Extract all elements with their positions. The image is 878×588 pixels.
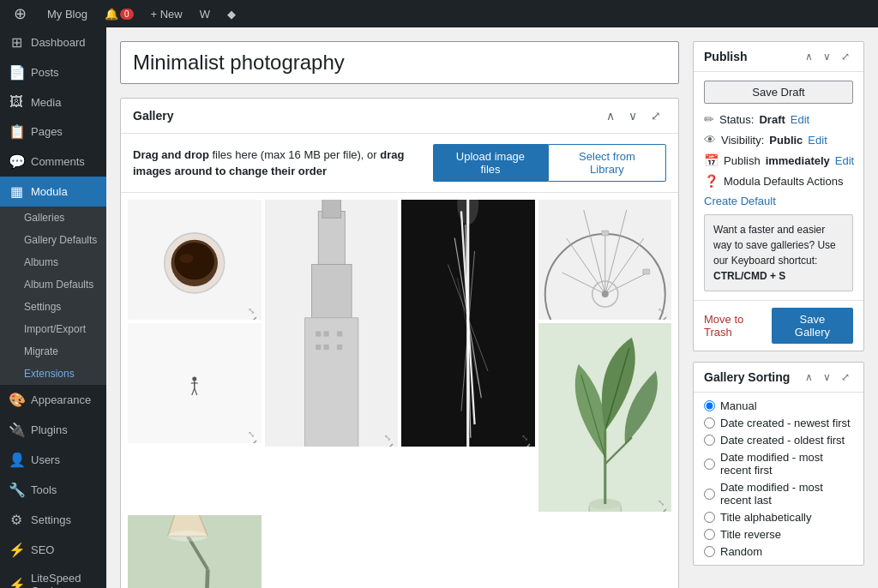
sort-modified-newest[interactable]: Date modified - most recent first	[704, 451, 853, 477]
sidebar-item-albums[interactable]: Albums	[0, 251, 106, 273]
publish-expand-btn[interactable]: ∨	[820, 49, 834, 64]
sidebar-item-seo[interactable]: ⚡ SEO	[0, 535, 106, 565]
wp-logo[interactable]: ⊕	[7, 0, 33, 27]
sidebar-item-import-export[interactable]: Import/Export	[0, 318, 106, 340]
svg-rect-9	[322, 200, 340, 218]
sort-title-reverse[interactable]: Title reverse	[704, 528, 853, 541]
topbar-blog[interactable]: My Blog	[40, 0, 94, 27]
sidebar-item-modula[interactable]: ▦ Modula	[0, 177, 106, 207]
gallery-collapse-btn[interactable]: ∧	[601, 107, 620, 124]
gallery-item-ferris[interactable]: ⤡	[538, 200, 672, 320]
sort-title-alpha-radio[interactable]	[704, 512, 715, 523]
resize-handle-5[interactable]: ⤡	[248, 429, 258, 440]
sidebar-item-plugins[interactable]: 🔌 Plugins	[0, 415, 106, 445]
publish-footer: Move to Trash Save Gallery	[694, 300, 863, 351]
sorting-controls: ∧ ∨ ⤢	[802, 369, 853, 385]
gallery-item-lamp[interactable]: ⤡	[128, 515, 262, 588]
sort-title-reverse-radio[interactable]	[704, 529, 715, 540]
sort-modified-oldest[interactable]: Date modified - most recent last	[704, 481, 853, 507]
sidebar-item-label: Plugins	[31, 423, 68, 436]
publish-collapse-btn[interactable]: ∧	[802, 49, 816, 64]
editor-area: Gallery ∧ ∨ ⤢ Drag and drop files here (…	[120, 41, 679, 574]
sidebar-item-litespeed[interactable]: ⚡ LiteSpeed Cache	[0, 565, 106, 588]
resize-handle-4[interactable]: ⤡	[658, 306, 668, 316]
sidebar-item-label: Pages	[31, 125, 63, 138]
status-icon: ✏	[704, 112, 714, 126]
svg-rect-43	[642, 269, 649, 274]
visibility-row: 👁 Visibility: Public Edit	[704, 133, 853, 147]
dashboard-icon: ⊞	[9, 34, 24, 51]
sort-date-oldest-radio[interactable]	[704, 435, 715, 446]
sorting-title: Gallery Sorting	[704, 370, 790, 384]
save-draft-btn[interactable]: Save Draft	[704, 81, 853, 104]
sort-date-newest[interactable]: Date created - newest first	[704, 417, 853, 429]
sorting-options: Manual Date created - newest first Date …	[694, 393, 863, 565]
sort-modified-oldest-radio[interactable]	[704, 489, 715, 500]
sidebar-item-settings[interactable]: ⚙ Settings	[0, 505, 106, 535]
status-edit-link[interactable]: Edit	[791, 113, 809, 126]
publish-edit-link[interactable]: Edit	[835, 154, 854, 167]
comments-icon: 💬	[9, 153, 24, 170]
tools-icon: 🔧	[9, 482, 24, 498]
sidebar-item-modula-settings[interactable]: Settings	[0, 296, 106, 318]
seo-icon: ⚡	[9, 542, 24, 558]
gallery-detach-btn[interactable]: ⤢	[646, 107, 666, 124]
gallery-item-coffee[interactable]: ⤡	[128, 200, 262, 320]
svg-rect-15	[336, 331, 341, 336]
topbar: ⊕ My Blog 🔔 0 + New W ◆	[0, 0, 878, 27]
sidebar-item-comments[interactable]: 💬 Comments	[0, 147, 106, 177]
svg-point-4	[180, 254, 194, 263]
sidebar-item-dashboard[interactable]: ⊞ Dashboard	[0, 27, 106, 57]
sidebar-item-galleries[interactable]: Galleries	[0, 207, 106, 229]
sidebar-item-media[interactable]: 🖼 Media	[0, 87, 106, 117]
sorting-expand-btn[interactable]: ∨	[820, 369, 834, 385]
sidebar-item-posts[interactable]: 📄 Posts	[0, 57, 106, 87]
sort-manual[interactable]: Manual	[704, 399, 853, 412]
publish-controls: ∧ ∨ ⤢	[802, 49, 853, 64]
sort-modified-newest-radio[interactable]	[704, 459, 715, 470]
sidebar-item-extensions[interactable]: Extensions	[0, 363, 106, 385]
create-default-link[interactable]: Create Default	[704, 195, 853, 207]
sort-date-newest-radio[interactable]	[704, 417, 715, 429]
visibility-edit-link[interactable]: Edit	[808, 134, 827, 147]
users-icon: 👤	[9, 452, 24, 468]
post-title-input[interactable]	[120, 41, 679, 84]
resize-handle-2[interactable]: ⤡	[384, 433, 394, 443]
sidebar-item-gallery-defaults[interactable]: Gallery Defaults	[0, 229, 106, 251]
main-content: Gallery ∧ ∨ ⤢ Drag and drop files here (…	[106, 27, 878, 588]
gallery-item-building[interactable]: ⤡	[265, 200, 399, 447]
select-library-btn[interactable]: Select from Library	[548, 144, 666, 182]
save-gallery-btn[interactable]: Save Gallery	[772, 308, 853, 344]
sidebar-item-users[interactable]: 👤 Users	[0, 445, 106, 475]
topbar-new[interactable]: + New	[144, 0, 189, 27]
sort-title-alpha[interactable]: Title alphabetically	[704, 511, 853, 524]
gallery-item-leaf[interactable]: ⤡	[538, 323, 672, 512]
sort-manual-radio[interactable]	[704, 400, 715, 411]
publish-detach-btn[interactable]: ⤢	[838, 49, 853, 64]
move-trash-link[interactable]: Move to Trash	[704, 313, 772, 339]
upload-image-btn[interactable]: Upload image files	[433, 144, 548, 182]
gallery-block: Gallery ∧ ∨ ⤢ Drag and drop files here (…	[120, 98, 679, 588]
publish-value: immediately	[766, 154, 830, 167]
posts-icon: 📄	[9, 64, 24, 81]
resize-handle-3[interactable]: ⤡	[521, 433, 532, 443]
topbar-w[interactable]: W	[193, 0, 217, 27]
sorting-detach-btn[interactable]: ⤢	[838, 369, 853, 385]
resize-handle-6[interactable]: ⤡	[658, 498, 668, 508]
sidebar-item-album-defaults[interactable]: Album Defaults	[0, 273, 106, 296]
gallery-item-person[interactable]: ⤡	[128, 323, 262, 443]
resize-handle[interactable]: ⤡	[248, 306, 258, 316]
sort-random[interactable]: Random	[704, 545, 853, 558]
sidebar-item-pages[interactable]: 📋 Pages	[0, 117, 106, 147]
sort-random-radio[interactable]	[704, 546, 715, 557]
gallery-item-stripes[interactable]: ⤡	[401, 200, 535, 447]
sidebar-item-migrate[interactable]: Migrate	[0, 340, 106, 363]
sidebar-item-appearance[interactable]: 🎨 Appearance	[0, 385, 106, 415]
topbar-notifications[interactable]: 🔔 0	[98, 0, 141, 27]
sidebar-item-label: SEO	[31, 543, 54, 556]
sort-date-oldest[interactable]: Date created - oldest first	[704, 434, 853, 447]
sorting-collapse-btn[interactable]: ∧	[802, 369, 816, 385]
gallery-expand-btn[interactable]: ∨	[623, 107, 642, 124]
sidebar-item-tools[interactable]: 🔧 Tools	[0, 475, 106, 505]
topbar-diamond[interactable]: ◆	[220, 0, 243, 27]
